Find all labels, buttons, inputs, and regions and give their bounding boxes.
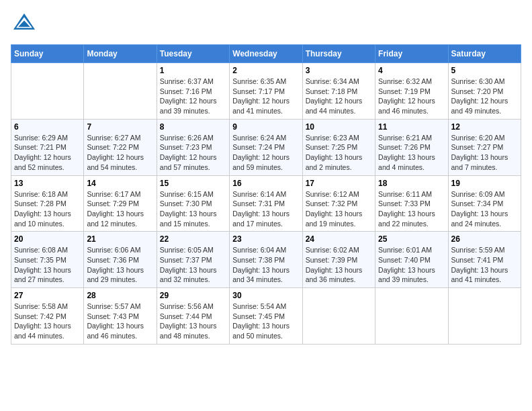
- calendar-table: SundayMondayTuesdayWednesdayThursdayFrid…: [11, 44, 521, 345]
- day-info: Sunrise: 6:27 AM Sunset: 7:22 PM Dayligh…: [87, 133, 153, 173]
- day-info: Sunrise: 6:04 AM Sunset: 7:38 PM Dayligh…: [232, 245, 299, 285]
- calendar-cell: 25Sunrise: 6:01 AM Sunset: 7:40 PM Dayli…: [375, 232, 448, 288]
- day-info: Sunrise: 6:21 AM Sunset: 7:26 PM Dayligh…: [378, 133, 445, 173]
- calendar-cell: 21Sunrise: 6:06 AM Sunset: 7:36 PM Dayli…: [84, 232, 157, 288]
- day-info: Sunrise: 6:09 AM Sunset: 7:34 PM Dayligh…: [451, 189, 518, 229]
- calendar-cell: 5Sunrise: 6:30 AM Sunset: 7:20 PM Daylig…: [448, 63, 521, 120]
- calendar-week-row: 1Sunrise: 6:37 AM Sunset: 7:16 PM Daylig…: [11, 63, 521, 120]
- calendar-cell: [84, 63, 157, 120]
- calendar-cell: [375, 288, 448, 345]
- day-number: 5: [451, 66, 518, 75]
- day-number: 10: [306, 122, 372, 132]
- day-number: 2: [232, 66, 299, 75]
- day-info: Sunrise: 6:18 AM Sunset: 7:28 PM Dayligh…: [14, 189, 81, 229]
- day-number: 17: [306, 179, 372, 188]
- calendar-cell: 2Sunrise: 6:35 AM Sunset: 7:17 PM Daylig…: [230, 63, 302, 120]
- day-number: 30: [232, 291, 299, 300]
- day-number: 9: [232, 122, 299, 132]
- day-number: 20: [14, 234, 81, 244]
- calendar-week-row: 20Sunrise: 6:08 AM Sunset: 7:35 PM Dayli…: [11, 232, 521, 288]
- calendar-cell: 1Sunrise: 6:37 AM Sunset: 7:16 PM Daylig…: [157, 63, 229, 120]
- day-number: 4: [378, 66, 445, 75]
- calendar-cell: 20Sunrise: 6:08 AM Sunset: 7:35 PM Dayli…: [11, 232, 84, 288]
- day-info: Sunrise: 6:12 AM Sunset: 7:32 PM Dayligh…: [306, 189, 372, 229]
- calendar-cell: 19Sunrise: 6:09 AM Sunset: 7:34 PM Dayli…: [448, 175, 521, 232]
- calendar-week-row: 6Sunrise: 6:29 AM Sunset: 7:21 PM Daylig…: [11, 119, 521, 175]
- day-number: 7: [87, 122, 153, 132]
- day-info: Sunrise: 5:59 AM Sunset: 7:41 PM Dayligh…: [451, 245, 518, 285]
- day-info: Sunrise: 6:35 AM Sunset: 7:17 PM Dayligh…: [232, 77, 299, 116]
- calendar-cell: 3Sunrise: 6:34 AM Sunset: 7:18 PM Daylig…: [302, 63, 375, 120]
- calendar-header-row: SundayMondayTuesdayWednesdayThursdayFrid…: [11, 45, 521, 63]
- day-info: Sunrise: 6:06 AM Sunset: 7:36 PM Dayligh…: [87, 245, 153, 285]
- calendar-cell: 28Sunrise: 5:57 AM Sunset: 7:43 PM Dayli…: [84, 288, 157, 345]
- day-info: Sunrise: 6:11 AM Sunset: 7:33 PM Dayligh…: [378, 189, 445, 229]
- calendar-day-header: Sunday: [11, 45, 84, 63]
- calendar-day-header: Thursday: [302, 45, 375, 63]
- day-number: 1: [160, 66, 226, 75]
- calendar-cell: 18Sunrise: 6:11 AM Sunset: 7:33 PM Dayli…: [375, 175, 448, 232]
- day-info: Sunrise: 6:29 AM Sunset: 7:21 PM Dayligh…: [14, 133, 81, 173]
- day-info: Sunrise: 6:08 AM Sunset: 7:35 PM Dayligh…: [14, 245, 81, 285]
- day-info: Sunrise: 5:57 AM Sunset: 7:43 PM Dayligh…: [87, 302, 153, 341]
- calendar-cell: 13Sunrise: 6:18 AM Sunset: 7:28 PM Dayli…: [11, 175, 84, 232]
- calendar-cell: 10Sunrise: 6:23 AM Sunset: 7:25 PM Dayli…: [302, 119, 375, 175]
- day-number: 21: [87, 234, 153, 244]
- day-info: Sunrise: 6:23 AM Sunset: 7:25 PM Dayligh…: [306, 133, 372, 173]
- day-number: 8: [160, 122, 226, 132]
- day-info: Sunrise: 6:30 AM Sunset: 7:20 PM Dayligh…: [451, 77, 518, 116]
- calendar-cell: 8Sunrise: 6:26 AM Sunset: 7:23 PM Daylig…: [157, 119, 229, 175]
- logo: [11, 11, 40, 38]
- calendar-day-header: Saturday: [448, 45, 521, 63]
- day-number: 19: [451, 179, 518, 188]
- day-number: 12: [451, 122, 518, 132]
- calendar-cell: 23Sunrise: 6:04 AM Sunset: 7:38 PM Dayli…: [230, 232, 302, 288]
- calendar-cell: 12Sunrise: 6:20 AM Sunset: 7:27 PM Dayli…: [448, 119, 521, 175]
- day-number: 6: [14, 122, 81, 132]
- calendar-cell: 11Sunrise: 6:21 AM Sunset: 7:26 PM Dayli…: [375, 119, 448, 175]
- day-info: Sunrise: 6:24 AM Sunset: 7:24 PM Dayligh…: [232, 133, 299, 173]
- day-number: 25: [378, 234, 445, 244]
- day-info: Sunrise: 6:37 AM Sunset: 7:16 PM Dayligh…: [160, 77, 226, 116]
- calendar-week-row: 27Sunrise: 5:58 AM Sunset: 7:42 PM Dayli…: [11, 288, 521, 345]
- day-number: 14: [87, 179, 153, 188]
- calendar-day-header: Friday: [375, 45, 448, 63]
- day-info: Sunrise: 6:26 AM Sunset: 7:23 PM Dayligh…: [160, 133, 226, 173]
- calendar-cell: 15Sunrise: 6:15 AM Sunset: 7:30 PM Dayli…: [157, 175, 229, 232]
- calendar-cell: 14Sunrise: 6:17 AM Sunset: 7:29 PM Dayli…: [84, 175, 157, 232]
- calendar-day-header: Monday: [84, 45, 157, 63]
- day-info: Sunrise: 6:02 AM Sunset: 7:39 PM Dayligh…: [306, 245, 372, 285]
- day-info: Sunrise: 6:34 AM Sunset: 7:18 PM Dayligh…: [306, 77, 372, 116]
- calendar-cell: 30Sunrise: 5:54 AM Sunset: 7:45 PM Dayli…: [230, 288, 302, 345]
- day-number: 15: [160, 179, 226, 188]
- page-header: [11, 11, 521, 38]
- calendar-cell: 26Sunrise: 5:59 AM Sunset: 7:41 PM Dayli…: [448, 232, 521, 288]
- day-number: 29: [160, 291, 226, 300]
- calendar-cell: [448, 288, 521, 345]
- day-number: 16: [232, 179, 299, 188]
- calendar-cell: 4Sunrise: 6:32 AM Sunset: 7:19 PM Daylig…: [375, 63, 448, 120]
- day-number: 13: [14, 179, 81, 188]
- day-info: Sunrise: 5:56 AM Sunset: 7:44 PM Dayligh…: [160, 302, 226, 341]
- calendar-cell: [302, 288, 375, 345]
- calendar-cell: 24Sunrise: 6:02 AM Sunset: 7:39 PM Dayli…: [302, 232, 375, 288]
- day-info: Sunrise: 6:05 AM Sunset: 7:37 PM Dayligh…: [160, 245, 226, 285]
- logo-icon: [11, 11, 38, 38]
- calendar-cell: 6Sunrise: 6:29 AM Sunset: 7:21 PM Daylig…: [11, 119, 84, 175]
- day-info: Sunrise: 6:14 AM Sunset: 7:31 PM Dayligh…: [232, 189, 299, 229]
- day-number: 3: [306, 66, 372, 75]
- calendar-cell: [11, 63, 84, 120]
- day-number: 27: [14, 291, 81, 300]
- calendar-cell: 29Sunrise: 5:56 AM Sunset: 7:44 PM Dayli…: [157, 288, 229, 345]
- day-number: 23: [232, 234, 299, 244]
- calendar-cell: 22Sunrise: 6:05 AM Sunset: 7:37 PM Dayli…: [157, 232, 229, 288]
- calendar-day-header: Wednesday: [230, 45, 302, 63]
- day-info: Sunrise: 5:58 AM Sunset: 7:42 PM Dayligh…: [14, 302, 81, 341]
- day-number: 18: [378, 179, 445, 188]
- calendar-day-header: Tuesday: [157, 45, 229, 63]
- day-number: 24: [306, 234, 372, 244]
- day-info: Sunrise: 6:01 AM Sunset: 7:40 PM Dayligh…: [378, 245, 445, 285]
- calendar-cell: 17Sunrise: 6:12 AM Sunset: 7:32 PM Dayli…: [302, 175, 375, 232]
- calendar-week-row: 13Sunrise: 6:18 AM Sunset: 7:28 PM Dayli…: [11, 175, 521, 232]
- calendar-cell: 9Sunrise: 6:24 AM Sunset: 7:24 PM Daylig…: [230, 119, 302, 175]
